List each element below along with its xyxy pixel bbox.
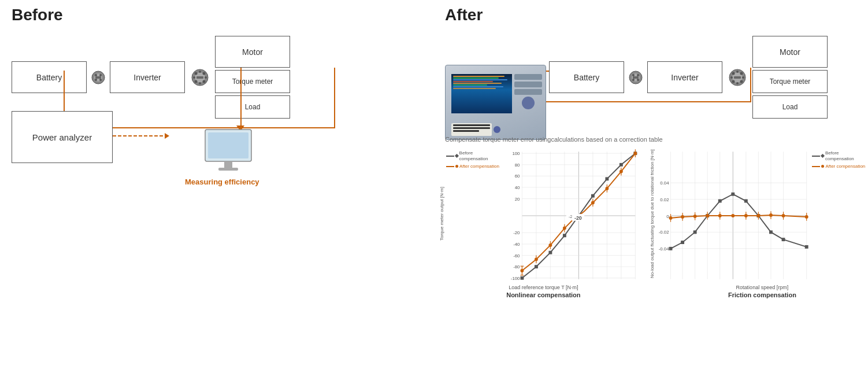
chart1-x-label: Load reference torque T [N·m]: [509, 285, 578, 290]
svg-point-17: [205, 76, 207, 79]
svg-text:0.04: 0.04: [660, 180, 669, 186]
chart1-legend: Before compensation After compensation: [446, 150, 502, 169]
torque-box-after: Torque meter: [752, 70, 828, 93]
svg-text:100: 100: [512, 151, 520, 156]
chart1-svg: 100 80 60 40 20 -20 -40 -60 -80 -100 -80…: [505, 147, 641, 283]
svg-text:60: 60: [514, 173, 520, 179]
vertical-line-right-before: [334, 68, 335, 128]
after-panel: After Battery Inverter: [433, 0, 868, 384]
svg-text:-80: -80: [513, 264, 520, 269]
svg-rect-84: [563, 234, 566, 237]
chart-description: Compensate torque meter error usingcalcu…: [445, 136, 663, 143]
motor-box-after: Motor: [752, 36, 828, 68]
svg-text:-100: -100: [510, 276, 520, 281]
charts-row: Torque meter output [N·m] Before compens…: [439, 147, 868, 298]
connector-icon-after-1: [628, 69, 644, 86]
inverter-box-before: Inverter: [110, 61, 185, 93]
svg-rect-83: [548, 251, 552, 254]
svg-point-15: [199, 82, 201, 84]
computer-monitor-before: [202, 128, 254, 177]
torque-box-before: Torque meter: [215, 70, 290, 93]
svg-point-37: [736, 82, 739, 84]
svg-point-11: [203, 72, 206, 75]
chart1-y-label: Torque meter output [N·m]: [439, 147, 444, 280]
svg-point-16: [193, 76, 195, 79]
before-title: Before: [12, 6, 422, 24]
motor-box-before: Motor: [215, 36, 290, 68]
after-title: After: [445, 6, 856, 24]
svg-point-14: [199, 71, 201, 73]
svg-point-12: [195, 80, 198, 83]
svg-point-3: [95, 74, 97, 76]
battery-box-before: Battery: [12, 61, 87, 93]
svg-point-39: [742, 76, 744, 79]
hioki-device: [445, 65, 546, 140]
chart2-container: No-load output fluctuating torque due to…: [650, 147, 868, 298]
svg-point-26: [637, 74, 639, 76]
chart2-y-label: No-load output fluctuating torque due to…: [650, 147, 655, 280]
svg-rect-153: [781, 238, 785, 241]
svg-rect-149: [731, 193, 735, 196]
svg-rect-86: [591, 194, 595, 198]
chart2-x-label: Rotational speed [rpm]: [736, 285, 789, 290]
svg-rect-24: [633, 76, 639, 79]
battery-box-after: Battery: [549, 61, 624, 93]
svg-point-160: [731, 214, 735, 217]
connector-icon-after-2: [726, 66, 749, 89]
svg-rect-87: [605, 177, 609, 180]
svg-rect-81: [520, 276, 524, 280]
svg-rect-148: [718, 200, 722, 203]
chart2-title: Friction compensation: [728, 291, 796, 298]
svg-point-25: [632, 74, 635, 76]
svg-text:0: 0: [666, 214, 669, 219]
connector-icon-1: [90, 69, 106, 86]
svg-point-5: [95, 79, 97, 81]
svg-point-32: [732, 72, 735, 75]
svg-rect-88: [620, 163, 623, 167]
svg-point-28: [637, 79, 639, 81]
svg-point-10: [195, 72, 198, 75]
svg-rect-9: [196, 76, 203, 79]
h-line-after: [546, 101, 751, 102]
v-line-right-after: [750, 68, 751, 102]
svg-point-13: [203, 80, 206, 83]
svg-point-33: [740, 72, 743, 75]
chart2-svg: 0.04 0.02 0 -0.02 -0.04 -2.5k -2k -1.5k …: [656, 147, 810, 283]
svg-rect-150: [744, 200, 748, 203]
before-panel: Before Battery Inverter: [0, 0, 433, 384]
svg-point-27: [632, 79, 635, 81]
svg-rect-82: [535, 265, 538, 268]
svg-point-4: [99, 74, 102, 76]
svg-text:20: 20: [514, 197, 520, 202]
svg-text:-0.02: -0.02: [658, 230, 669, 235]
dashed-arrow-row: [113, 133, 169, 139]
svg-point-6: [99, 79, 102, 81]
svg-rect-144: [669, 247, 672, 250]
svg-rect-2: [95, 76, 101, 79]
svg-point-35: [740, 80, 743, 83]
power-analyzer-box: Power analyzer: [12, 111, 113, 163]
v-arrow-top-before: [240, 68, 242, 128]
svg-point-36: [736, 71, 739, 73]
svg-text:-60: -60: [513, 253, 520, 259]
svg-rect-20: [224, 161, 232, 168]
svg-text:-0.04: -0.04: [658, 246, 669, 252]
svg-text:40: 40: [514, 185, 520, 190]
svg-rect-152: [769, 230, 773, 234]
svg-point-38: [730, 76, 733, 79]
load-box-after: Load: [752, 95, 828, 119]
connector-icon-2: [188, 66, 212, 89]
svg-rect-154: [805, 245, 808, 249]
load-box-before: Load: [215, 95, 290, 119]
svg-text:-20: -20: [574, 215, 582, 221]
svg-text:-40: -40: [513, 242, 520, 247]
svg-point-34: [732, 80, 735, 83]
chart2-legend: Before compensation After compensation: [812, 150, 868, 169]
svg-rect-146: [693, 230, 696, 234]
svg-text:0.02: 0.02: [660, 197, 669, 202]
chart1-title: Nonlinear compensation: [506, 291, 580, 298]
svg-text:80: 80: [514, 163, 520, 168]
inverter-box-after: Inverter: [647, 61, 722, 93]
svg-rect-145: [681, 241, 684, 244]
svg-rect-19: [208, 132, 248, 158]
